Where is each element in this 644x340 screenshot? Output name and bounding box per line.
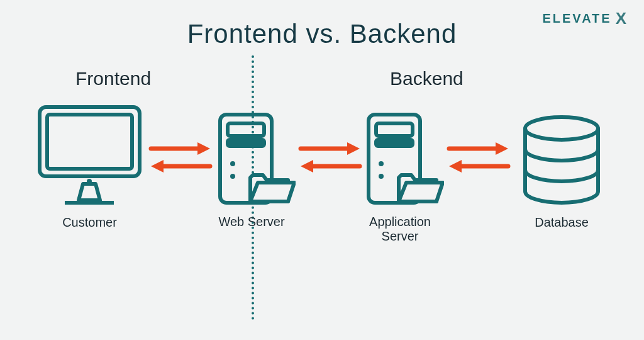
server-icon bbox=[356, 111, 444, 208]
svg-point-8 bbox=[230, 174, 235, 179]
node-customer: Customer bbox=[35, 102, 145, 230]
node-customer-label: Customer bbox=[35, 215, 145, 230]
server-icon bbox=[208, 111, 296, 208]
svg-marker-22 bbox=[301, 160, 313, 173]
svg-point-12 bbox=[379, 161, 384, 166]
svg-marker-26 bbox=[449, 160, 462, 173]
svg-rect-1 bbox=[47, 115, 132, 169]
arrows-web-app bbox=[296, 140, 365, 175]
svg-rect-10 bbox=[376, 123, 413, 136]
node-database-label: Database bbox=[514, 215, 609, 230]
arrows-customer-web bbox=[146, 140, 215, 175]
page-title: Frontend vs. Backend bbox=[0, 19, 644, 49]
arrows-app-db bbox=[444, 140, 513, 175]
svg-rect-0 bbox=[40, 107, 140, 176]
node-database: Database bbox=[514, 115, 609, 230]
svg-marker-24 bbox=[496, 142, 508, 155]
svg-marker-16 bbox=[197, 142, 210, 155]
frontend-section-label: Frontend bbox=[75, 68, 151, 89]
backend-section-label: Backend bbox=[390, 68, 464, 89]
svg-rect-11 bbox=[376, 140, 413, 146]
svg-marker-18 bbox=[151, 160, 164, 173]
svg-point-14 bbox=[525, 117, 598, 140]
svg-point-13 bbox=[379, 174, 384, 179]
node-app-server: Application Server bbox=[356, 111, 444, 244]
node-app-server-label: Application Server bbox=[356, 215, 444, 244]
monitor-icon bbox=[35, 102, 145, 209]
node-web-server-label: Web Server bbox=[208, 215, 296, 229]
svg-point-7 bbox=[230, 161, 235, 166]
svg-rect-5 bbox=[228, 123, 264, 136]
svg-marker-20 bbox=[347, 142, 360, 155]
database-icon bbox=[514, 115, 609, 209]
svg-rect-6 bbox=[228, 140, 264, 146]
diagram-canvas: ELEVATE X Frontend vs. Backend Frontend … bbox=[0, 0, 644, 340]
node-web-server: Web Server bbox=[208, 111, 296, 229]
